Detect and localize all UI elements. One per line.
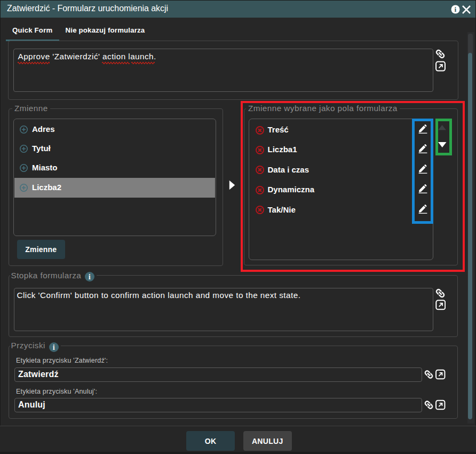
svg-text:i: i — [89, 272, 91, 281]
svg-text:i: i — [455, 5, 457, 13]
svg-text:i: i — [53, 343, 55, 351]
